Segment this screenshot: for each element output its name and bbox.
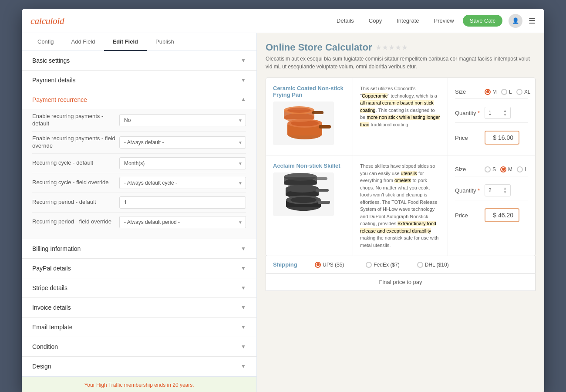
bottom-bar-text: Your High Traffic membership ends in 20 … <box>84 382 194 388</box>
top-nav: calculoid Details Copy Integrate Preview… <box>22 9 544 33</box>
qty-spinner-2: ▲▼ <box>503 186 507 194</box>
svg-rect-22 <box>318 201 330 204</box>
acc-header-payment-recurrence[interactable]: Payment recurrence ▼ <box>22 90 256 109</box>
radio-l-2[interactable]: L <box>517 166 528 172</box>
control-period-override: - Always default period - ▼ <box>119 216 246 228</box>
select-recurring-override[interactable]: - Always default - <box>119 136 246 149</box>
field-period-default: Recurring period - default <box>32 193 246 213</box>
acc-header-billing[interactable]: Billing Information ▼ <box>22 239 256 258</box>
accordion: Basic settings ▼ Payment details ▼ Payme… <box>22 51 256 376</box>
control-recurring-default: No Yes ▼ <box>119 114 246 126</box>
product-2-qty-input[interactable]: 2 ▲▼ <box>485 184 511 196</box>
product-1-desc-col: This set utilizes Concord's "Copperamic"… <box>353 78 448 155</box>
shipping-ups[interactable]: UPS ($5) <box>315 262 344 268</box>
section-billing: Billing Information ▼ <box>22 239 256 259</box>
radio-circle-m-1 <box>485 89 491 95</box>
select-recurring-default[interactable]: No Yes <box>119 114 246 126</box>
acc-header-payment-details[interactable]: Payment details ▼ <box>22 71 256 90</box>
radio-dot-m-1 <box>486 90 489 93</box>
final-price-label: Final price to pay <box>379 279 422 285</box>
radio-m-2[interactable]: M <box>500 166 512 172</box>
radio-xl-1[interactable]: XL <box>516 89 531 95</box>
radio-m-1[interactable]: M <box>485 89 497 95</box>
membership-highlight: 20 years <box>172 382 192 388</box>
shipping-fedex-label: FedEx ($7) <box>374 262 399 268</box>
shipping-ups-label: UPS ($5) <box>323 262 344 268</box>
product-1-image-col: Ceramic Coated Non-stickFrying Pan <box>266 78 353 155</box>
acc-header-basic-settings[interactable]: Basic settings ▼ <box>22 51 256 70</box>
calc-description: Olecatisim aut ex esequi bla sum fugiata… <box>266 55 536 71</box>
radio-circle-l-2 <box>517 166 523 172</box>
product-1-price-row: Price $ 16.00 <box>455 127 528 148</box>
calc-title-text: Online Store Calculator <box>266 42 372 53</box>
tab-config[interactable]: Config <box>29 33 63 51</box>
radio-dot-m-2 <box>502 168 505 171</box>
chevron-email-template: ▼ <box>241 324 246 330</box>
chevron-invoice: ▼ <box>241 304 246 311</box>
label-cycle-default: Recurring cycle - default <box>32 159 119 167</box>
field-cycle-override: Recurring cycle - field override - Alway… <box>32 173 246 193</box>
chevron-billing: ▼ <box>241 246 246 252</box>
field-recurring-override: Enable recurring payments - field overri… <box>32 132 246 154</box>
section-condition: Condition ▼ <box>22 337 256 357</box>
radio-circle-l-1 <box>501 89 507 95</box>
product-1-options-col: Size M L <box>448 78 535 155</box>
user-avatar[interactable]: 👤 <box>509 14 522 28</box>
section-email-template: Email template ▼ <box>22 318 256 337</box>
radio-circle-dhl <box>417 262 423 268</box>
select-cycle-override[interactable]: - Always default cycle - <box>119 177 246 189</box>
qty-value-1: 1 <box>489 110 492 116</box>
save-button[interactable]: Save Calc <box>463 15 502 27</box>
required-star-1: * <box>478 110 480 116</box>
radio-s-2[interactable]: S <box>485 166 496 172</box>
rating-stars: ★★★★★ <box>376 44 408 51</box>
label-cycle-override: Recurring cycle - field override <box>32 179 119 186</box>
shipping-dhl[interactable]: DHL ($10) <box>417 262 449 268</box>
field-recurring-default: Enable recurring payments - default No Y… <box>32 109 246 132</box>
product-2-desc-col: These skillets have sloped sides so you … <box>353 155 448 256</box>
bottom-bar: Your High Traffic membership ends in 20 … <box>22 376 256 392</box>
label-recurring-default: Enable recurring payments - default <box>32 113 119 128</box>
chevron-basic-settings: ▼ <box>241 57 246 64</box>
calc-title: Online Store Calculator ★★★★★ <box>266 42 536 53</box>
acc-header-stripe[interactable]: Stripe details ▼ <box>22 278 256 297</box>
acc-header-invoice[interactable]: Invoice details ▼ <box>22 298 256 317</box>
chevron-stripe: ▼ <box>241 285 246 291</box>
acc-header-design[interactable]: Design ▼ <box>22 357 256 376</box>
shipping-fedex[interactable]: FedEx ($7) <box>366 262 399 268</box>
preview-button[interactable]: Preview <box>428 15 460 27</box>
brand-logo: calculoid <box>30 15 64 27</box>
radio-circle-xl-1 <box>516 89 522 95</box>
copy-button[interactable]: Copy <box>363 15 388 27</box>
svg-point-21 <box>290 197 317 203</box>
acc-header-paypal[interactable]: PayPal details ▼ <box>22 259 256 278</box>
control-recurring-override: - Always default - ▼ <box>119 136 246 149</box>
input-period-default[interactable] <box>119 196 246 209</box>
section-paypal: PayPal details ▼ <box>22 259 256 278</box>
integrate-button[interactable]: Integrate <box>391 15 425 27</box>
details-button[interactable]: Details <box>330 15 360 27</box>
radio-circle-s-2 <box>485 166 491 172</box>
qty-spinner-1: ▲▼ <box>503 109 507 117</box>
tab-add-field[interactable]: Add Field <box>63 33 104 51</box>
product-1-qty-input[interactable]: 1 ▲▼ <box>485 107 511 119</box>
label-period-override: Recurring period - field override <box>32 218 119 226</box>
tab-edit-field[interactable]: Edit Field <box>104 33 147 51</box>
chevron-payment-recurrence: ▼ <box>241 97 246 103</box>
copper-pan-svg <box>275 104 332 143</box>
acc-label-payment-details: Payment details <box>32 77 76 84</box>
radio-label-l-2: L <box>525 166 528 172</box>
product-2-size-options: S M L <box>485 166 528 172</box>
menu-icon[interactable]: ☰ <box>529 16 536 26</box>
tab-publish[interactable]: Publish <box>147 33 183 51</box>
section-basic-settings: Basic settings ▼ <box>22 51 256 71</box>
radio-l-1[interactable]: L <box>501 89 512 95</box>
product-2-desc: These skillets have sloped sides so you … <box>360 162 441 249</box>
acc-header-email-template[interactable]: Email template ▼ <box>22 318 256 337</box>
app-window: calculoid Details Copy Integrate Preview… <box>22 9 544 392</box>
product-2-image <box>273 172 334 216</box>
select-cycle-default[interactable]: Month(s) Day(s) Week(s) <box>119 157 246 169</box>
section-design: Design ▼ <box>22 357 256 376</box>
select-period-override[interactable]: - Always default period - <box>119 216 246 228</box>
acc-header-condition[interactable]: Condition ▼ <box>22 337 256 356</box>
